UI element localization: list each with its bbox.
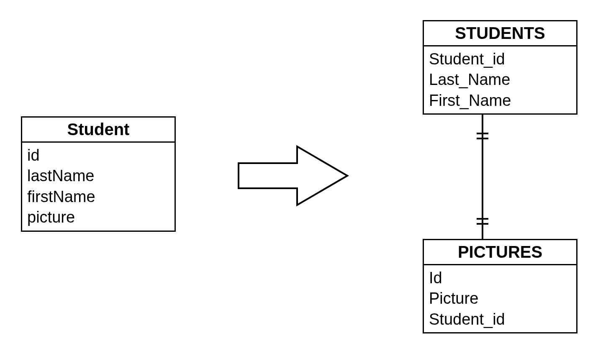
entity-field: Id bbox=[429, 268, 571, 288]
entity-pictures: PICTURES Id Picture Student_id bbox=[423, 239, 577, 333]
entity-title: STUDENTS bbox=[424, 21, 576, 46]
entity-field: firstName bbox=[27, 187, 169, 207]
entity-fields: id lastName firstName picture bbox=[22, 143, 175, 231]
entity-fields: Student_id Last_Name First_Name bbox=[424, 46, 576, 113]
entity-field: Student_id bbox=[429, 49, 571, 69]
entity-title: PICTURES bbox=[424, 240, 576, 265]
entity-field: picture bbox=[27, 207, 169, 228]
entity-field: Student_id bbox=[429, 309, 571, 330]
entity-field: Picture bbox=[429, 288, 571, 309]
entity-student: Student id lastName firstName picture bbox=[21, 116, 176, 232]
relationship-connector bbox=[474, 113, 491, 239]
entity-students: STUDENTS Student_id Last_Name First_Name bbox=[423, 20, 577, 115]
entity-field: lastName bbox=[27, 166, 169, 186]
entity-title: Student bbox=[22, 118, 175, 143]
entity-field: First_Name bbox=[429, 90, 571, 111]
entity-fields: Id Picture Student_id bbox=[424, 265, 576, 332]
arrow-icon bbox=[234, 140, 352, 211]
entity-field: id bbox=[27, 145, 169, 166]
entity-field: Last_Name bbox=[429, 69, 571, 90]
